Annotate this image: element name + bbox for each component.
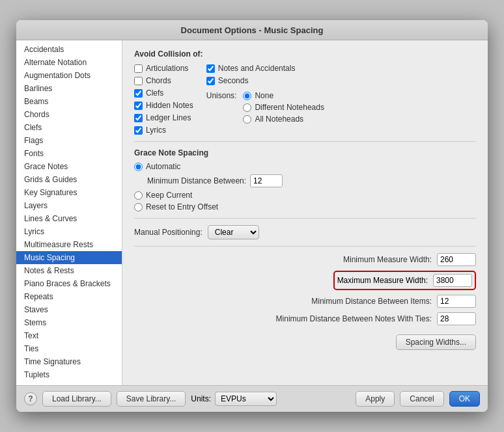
min-measure-width-row: Minimum Measure Width: (134, 253, 476, 266)
apply-button[interactable]: Apply (356, 391, 395, 407)
unisons-group: None Different Noteheads All Noteheads (243, 91, 324, 124)
min-measure-width-input[interactable] (437, 253, 476, 266)
sidebar-item-flags[interactable]: Flags (16, 134, 122, 147)
radio-keep-current[interactable]: Keep Current (134, 191, 476, 200)
cancel-button[interactable]: Cancel (400, 391, 443, 407)
spacing-widths-row: Spacing Widths... (134, 334, 476, 350)
checkbox-notes-accidentals[interactable]: Notes and Accidentals (206, 64, 324, 73)
checkbox-articulations[interactable]: Articulations (134, 64, 193, 73)
min-distance-notes-input[interactable] (437, 312, 476, 325)
spacing-widths-button[interactable]: Spacing Widths... (396, 334, 476, 350)
sidebar-item-notes-rests[interactable]: Notes & Rests (16, 264, 122, 277)
grace-note-title: Grace Note Spacing (134, 148, 476, 157)
units-row: Units: EVPUs Inches Centimeters Points P… (191, 392, 277, 406)
max-measure-width-highlighted: Maximum Measure Width: (333, 271, 476, 290)
sidebar-item-lines-curves[interactable]: Lines & Curves (16, 212, 122, 225)
min-distance-items-row: Minimum Distance Between Items: (134, 295, 476, 308)
sidebar-item-key-signatures[interactable]: Key Signatures (16, 186, 122, 199)
units-select[interactable]: EVPUs Inches Centimeters Points Picas Sp… (215, 392, 277, 406)
units-label: Units: (191, 394, 211, 403)
radio-automatic[interactable]: Automatic (134, 162, 476, 171)
max-measure-width-row: Maximum Measure Width: (134, 271, 476, 290)
sidebar-item-repeats[interactable]: Repeats (16, 290, 122, 303)
radio-different-noteheads[interactable]: Different Noteheads (243, 103, 324, 112)
min-measure-width-label: Minimum Measure Width: (343, 255, 432, 264)
checkbox-lyrics[interactable]: Lyrics (134, 126, 193, 135)
min-distance-items-input[interactable] (437, 295, 476, 308)
help-button[interactable]: ? (24, 392, 37, 405)
sidebar-item-lyrics[interactable]: Lyrics (16, 225, 122, 238)
sidebar-item-stems[interactable]: Stems (16, 316, 122, 329)
checkbox-seconds[interactable]: Seconds (206, 76, 324, 85)
sidebar-item-tuplets[interactable]: Tuplets (16, 368, 122, 381)
grace-note-section: Grace Note Spacing Automatic Minimum Dis… (134, 148, 476, 211)
min-distance-input[interactable] (250, 174, 283, 187)
ok-button[interactable]: OK (449, 391, 480, 407)
manual-positioning-row: Manual Positioning: Clear Keep Apply (134, 225, 476, 239)
min-distance-notes-label: Minimum Distance Between Notes With Ties… (276, 314, 432, 323)
save-library-button[interactable]: Save Library... (117, 391, 186, 407)
sidebar-item-beams[interactable]: Beams (16, 95, 122, 108)
checkbox-clefs[interactable]: Clefs (134, 88, 193, 98)
sidebar-item-layers[interactable]: Layers (16, 199, 122, 212)
sidebar-item-piano-braces-brackets[interactable]: Piano Braces & Brackets (16, 277, 122, 290)
sidebar-item-staves[interactable]: Staves (16, 303, 122, 316)
sidebar-item-text[interactable]: Text (16, 329, 122, 342)
sidebar-item-alternate-notation[interactable]: Alternate Notation (16, 56, 122, 69)
dialog: Document Options - Music Spacing Acciden… (16, 20, 488, 412)
sidebar-item-clefs[interactable]: Clefs (16, 121, 122, 134)
min-distance-notes-row: Minimum Distance Between Notes With Ties… (134, 312, 476, 325)
sidebar-item-augmentation-dots[interactable]: Augmentation Dots (16, 69, 122, 82)
manual-positioning-label: Manual Positioning: (134, 228, 203, 237)
sidebar-item-barlines[interactable]: Barlines (16, 82, 122, 95)
radio-all-noteheads[interactable]: All Noteheads (243, 115, 324, 124)
bottom-bar: ? Load Library... Save Library... Units:… (16, 385, 488, 412)
avoid-collision-label: Avoid Collision of: (134, 49, 476, 59)
checkbox-ledger-lines[interactable]: Ledger Lines (134, 113, 193, 122)
checkbox-chords[interactable]: Chords (134, 76, 193, 85)
unisons-label: Unisons: (206, 91, 237, 100)
dialog-title: Document Options - Music Spacing (16, 20, 488, 40)
min-distance-between-row: Minimum Distance Between: (147, 174, 476, 187)
min-distance-items-label: Minimum Distance Between Items: (311, 297, 432, 306)
radio-reset-entry[interactable]: Reset to Entry Offset (134, 202, 476, 211)
sidebar-item-ties[interactable]: Ties (16, 342, 122, 355)
max-measure-width-label: Maximum Measure Width: (337, 276, 428, 285)
manual-positioning-select[interactable]: Clear Keep Apply (208, 225, 259, 239)
sidebar-item-chords[interactable]: Chords (16, 108, 122, 121)
max-measure-width-input[interactable] (433, 274, 472, 287)
sidebar-item-multimeasure-rests[interactable]: Multimeasure Rests (16, 238, 122, 251)
sidebar: AccidentalsAlternate NotationAugmentatio… (16, 40, 122, 385)
main-panel: Avoid Collision of: Articulations Chords… (122, 40, 488, 385)
sidebar-item-grids-guides[interactable]: Grids & Guides (16, 173, 122, 186)
sidebar-item-fonts[interactable]: Fonts (16, 147, 122, 160)
checkbox-hidden-notes[interactable]: Hidden Notes (134, 101, 193, 110)
sidebar-item-accidentals[interactable]: Accidentals (16, 43, 122, 56)
sidebar-item-time-signatures[interactable]: Time Signatures (16, 355, 122, 368)
radio-none[interactable]: None (243, 91, 324, 100)
min-distance-label: Minimum Distance Between: (147, 176, 246, 185)
sidebar-item-music-spacing[interactable]: Music Spacing (16, 251, 122, 264)
load-library-button[interactable]: Load Library... (42, 391, 111, 407)
sidebar-item-grace-notes[interactable]: Grace Notes (16, 160, 122, 173)
